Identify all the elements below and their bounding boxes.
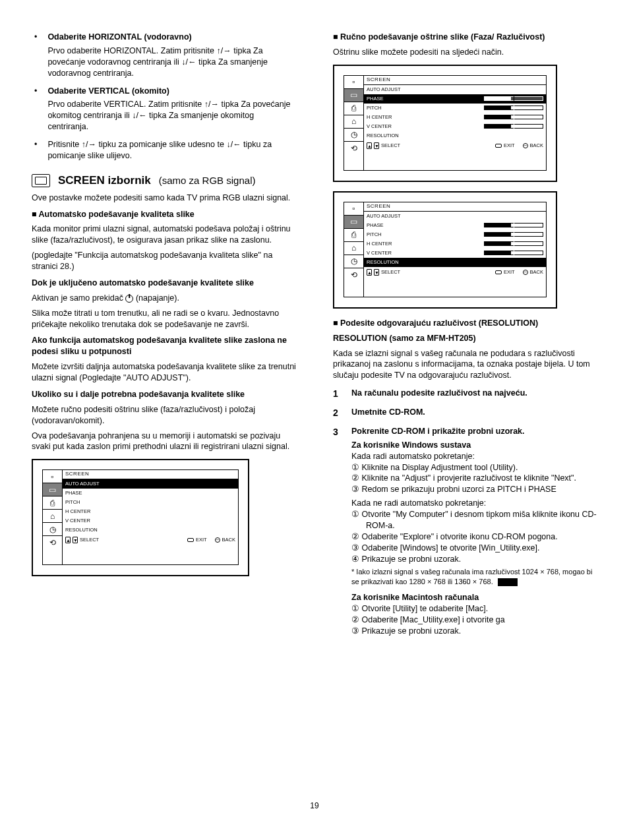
osd-tab-print-icon: ⎙: [344, 229, 363, 242]
osd-tab-print-icon: ⎙: [344, 102, 363, 115]
osd-footer: ▲▼ SELECT EXIT BACK: [364, 267, 546, 278]
screen-menu-subtitle: (samo za RGB signal): [159, 174, 256, 187]
manual-sharp-head: ■ Ručno podešavanje oštrine slike (Faza/…: [333, 32, 597, 43]
osd-title: SCREEN: [364, 202, 546, 212]
osd-slider: [484, 96, 543, 101]
osd-tab-clock-icon: ◷: [344, 255, 363, 268]
win-step: ③ Odaberite [Windows] te otvorite [Win_U…: [351, 543, 597, 554]
horiz-heading: Odaberite HORIZONTAL (vodoravno): [47, 32, 191, 42]
osd-tab-picture-icon: ▫: [43, 470, 62, 483]
osd-tab-screen-icon: ▭: [43, 483, 62, 496]
back-button-icon: [523, 143, 528, 148]
menu-button-icon: [495, 144, 502, 148]
screen-icon: [32, 174, 50, 187]
win-no-auto-run: Kada ne radi automatsko pokretanje:: [351, 498, 597, 509]
osd-row: V CENTER: [63, 516, 238, 525]
osd-tab-tool-icon: ⌂: [344, 242, 363, 255]
osd-row: AUTO ADJUST: [364, 85, 546, 94]
auto-adjust-ref: (pogledajte "Funkcija automatskog podeša…: [32, 250, 296, 272]
manual-sharp-intro: Oštrinu slike možete podesiti na sljedeć…: [333, 47, 597, 58]
aa-inputbad-body: Možete izvršiti daljnja automatska podeš…: [32, 361, 296, 384]
aa-further-head: Ukoliko su i dalje potrebna podešavanja …: [32, 389, 296, 400]
osd-row-label: PHASE: [367, 96, 383, 102]
osd-title: SCREEN: [364, 76, 546, 85]
tipka-label: tipka: [221, 100, 238, 109]
osd-tab-reset-icon: ⟲: [344, 142, 363, 170]
osd-row: PITCH: [63, 498, 238, 507]
desc-text: Prvo odaberite VERTICAL. Zatim pritisnit…: [47, 100, 202, 109]
osd-tab-reset-icon: ⟲: [43, 536, 62, 564]
mac-users-head: Za korisnike Macintosh računala: [351, 592, 597, 603]
osd-slider: [484, 251, 543, 255]
osd-footer: ▲▼ SELECT EXIT BACK: [364, 140, 546, 151]
tipka-label: tipka: [149, 111, 166, 120]
osd-screenshot: ▫ ▭ ⎙ ⌂ ◷ ⟲ SCREEN AUTO ADJUST PHASE PIT…: [32, 459, 249, 576]
arrow-left-icon: [188, 57, 196, 67]
times-icon: [473, 578, 477, 585]
aa-while-on-body: Aktivan je samo prekidač (napajanje).: [32, 293, 296, 304]
osd-row: PITCH: [364, 104, 546, 113]
auto-adjust-heading: ■ Automatsko podešavanje kvaliteta slike: [32, 209, 296, 220]
osd-row: H CENTER: [364, 113, 546, 122]
down-button-icon: ▼: [73, 537, 78, 543]
win-step: ① Kliknite na Display Adjustment tool (U…: [351, 462, 597, 473]
menu-button-icon: [495, 270, 502, 274]
menu-button-icon: [187, 538, 194, 542]
osd-row: AUTO ADJUST: [364, 212, 546, 221]
down-button-icon: ▼: [374, 142, 379, 149]
osd-screenshot-resolution: ▫ ▭ ⎙ ⌂ ◷ ⟲ SCREEN AUTO ADJUST PHASE PIT…: [333, 191, 557, 309]
osd-slider: [484, 223, 543, 227]
step-2-text: Umetnite CD-ROM.: [351, 407, 597, 418]
bullet: [34, 86, 41, 133]
down-button-icon: ▼: [374, 269, 379, 276]
arrow-down-icon: [181, 57, 185, 67]
osd-row-label: PITCH: [65, 499, 80, 506]
screen-menu-heading: SCREEN izbornik (samo za RGB signal): [32, 173, 296, 189]
bullet: [34, 32, 41, 79]
osd-slider: [484, 105, 543, 110]
osd-row: H CENTER: [364, 239, 546, 249]
osd-row: PHASE: [364, 94, 546, 104]
power-icon: [125, 295, 133, 303]
screen-menu-title: SCREEN izbornik: [58, 173, 151, 189]
osd-row: V CENTER: [364, 249, 546, 258]
win-step: ① Otvorite "My Computer" i desnom tipkom…: [351, 509, 597, 531]
up-button-icon: ▲: [65, 537, 71, 543]
step-1-text: Na računalu podesite razlučivost na najv…: [351, 388, 597, 399]
osd-footer: ▲▼ SELECT EXIT BACK: [63, 535, 238, 545]
mac-step: ③ Prikazuje se probni uzorak.: [351, 626, 597, 637]
win-auto-run: Kada radi automatsko pokretanje:: [351, 451, 597, 462]
up-button-icon: ▲: [367, 142, 372, 149]
osd-tab-screen-icon: ▭: [344, 216, 363, 229]
desc-text: Pritisnite / tipku za pomicanje slike ud…: [47, 140, 272, 160]
osd-slider: [484, 232, 543, 237]
desc-text: Prvo odaberite HORIZONTAL. Zatim pritisn…: [47, 46, 214, 55]
arrow-up-icon: [217, 46, 221, 55]
osd-tab-print-icon: ⎙: [43, 496, 62, 510]
up-button-icon: ▲: [367, 269, 372, 276]
times-icon: [427, 578, 431, 585]
osd-row: RESOLUTION: [364, 258, 546, 267]
osd-row-label: AUTO ADJUST: [65, 481, 100, 487]
win-step: ③ Redom se prikazuju probni uzorci za PI…: [351, 484, 597, 495]
step-number: 1: [333, 388, 345, 400]
arrow-right-icon: [88, 140, 97, 149]
tipka-label: tipka: [198, 57, 216, 67]
osd-tab-tool-icon: ⌂: [43, 510, 62, 523]
osd-row: PHASE: [63, 489, 238, 498]
win-step: ② Odaberite "Explore" i otvorite ikonu C…: [351, 531, 597, 543]
vert-heading: Odaberite VERTICAL (okomito): [47, 86, 169, 96]
mac-step: ① Otvorite [Utility] te odaberite [Mac].: [351, 603, 597, 615]
resolution-body: Kada se izlazni signal s vašeg računala …: [333, 348, 597, 382]
osd-row-label: RESOLUTION: [65, 527, 98, 533]
mac-step: ② Odaberite [Mac_Utility.exe] i otvorite…: [351, 615, 597, 626]
osd-slider: [484, 115, 543, 119]
osd-row: H CENTER: [63, 507, 238, 516]
osd-tab-picture-icon: ▫: [344, 76, 363, 89]
or-label: ili: [124, 111, 129, 120]
osd-row-label: PHASE: [65, 490, 82, 496]
arrow-down-icon: [132, 111, 136, 120]
step-number: 2: [333, 407, 345, 419]
osd-title: SCREEN: [63, 470, 238, 479]
aa-stored: Ova podešavanja pohranjena su u memoriji…: [32, 431, 296, 453]
